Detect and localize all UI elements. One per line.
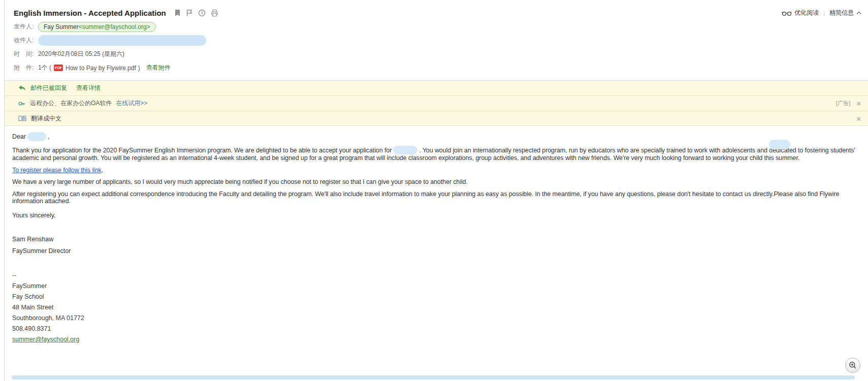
sender-email: <summer@fayschool.org> xyxy=(79,23,150,30)
translate-book-icon xyxy=(18,115,26,122)
attachment-count: 1个 ( xyxy=(38,64,51,72)
view-attachment-link[interactable]: 查看附件 xyxy=(146,64,171,72)
closing-line: Yours sincerely, xyxy=(12,212,860,219)
chevron-up-icon xyxy=(856,11,861,15)
clock-icon[interactable] xyxy=(198,9,206,17)
pdf-icon: PDF xyxy=(54,65,63,71)
email-body: Dear, Thank you for application for the … xyxy=(5,126,868,345)
recipient-redacted-pill[interactable] xyxy=(38,35,206,46)
translate-action-text[interactable]: 翻译成中文 xyxy=(31,114,61,123)
ad-close-icon[interactable]: × xyxy=(856,100,861,107)
zoom-in-button[interactable] xyxy=(845,358,860,373)
translate-notice-bar: 翻译成中文 × xyxy=(5,111,868,126)
signature-footer: -- FaySummer Fay School 48 Main Street S… xyxy=(12,270,860,345)
signature-city: Southborough, MA 01772 xyxy=(12,313,860,324)
toolbar-divider: | xyxy=(823,10,825,16)
ad-text[interactable]: 远程办公、在家办公的OA软件 xyxy=(30,99,112,108)
replied-status-text: 邮件已被回复 xyxy=(30,84,67,92)
signature-school: Fay School xyxy=(12,292,860,302)
key-icon xyxy=(18,101,25,107)
time-label: 时 间: xyxy=(14,50,38,58)
reply-arrow-icon xyxy=(18,85,26,91)
bookmark-icon[interactable] xyxy=(174,9,181,17)
register-line: To register please follow this link. xyxy=(12,167,860,174)
signature-divider: -- xyxy=(12,270,860,281)
paragraph-1-before: Thank you for application for the 2020 F… xyxy=(12,147,392,154)
ad-try-online-link[interactable]: 在线试用>> xyxy=(116,99,147,108)
simplify-info-label: 精简信息 xyxy=(829,9,854,17)
flag-icon[interactable] xyxy=(186,9,193,17)
zoom-in-icon xyxy=(849,361,857,369)
paragraph-2: We have a very large number of applicant… xyxy=(12,178,860,186)
optimize-reading-button[interactable]: 优化阅读 xyxy=(782,9,819,17)
greeting-line: Dear, xyxy=(12,132,860,141)
replied-notice-bar: 邮件已被回复 查看详情 xyxy=(5,80,868,96)
attachment-filename[interactable]: How to Pay by Flywire.pdf xyxy=(66,65,136,72)
sender-name: Fay Summer xyxy=(44,23,79,30)
sender-contact-pill[interactable]: Fay Summer <summer@fayschool.org> xyxy=(38,22,156,32)
signature-title: FaySummer Director xyxy=(12,247,860,255)
ad-notice-bar: 远程办公、在家办公的OA软件 在线试用>> [广告] × xyxy=(5,96,868,111)
greeting-comma: , xyxy=(48,133,49,140)
paragraph-1: Thank you for application for the 2020 F… xyxy=(12,146,860,162)
signature-email-link[interactable]: summer@fayschool.org xyxy=(12,336,79,343)
redacted-student-name xyxy=(393,146,417,154)
signature-org: FaySummer xyxy=(12,281,860,292)
view-reply-details-link[interactable]: 查看详情 xyxy=(76,84,101,92)
from-label: 发件人: xyxy=(14,22,38,31)
signature-street: 48 Main Street xyxy=(12,302,860,313)
signature-name: Sam Renshaw xyxy=(12,236,860,243)
translate-close-icon[interactable]: × xyxy=(856,115,861,122)
redacted-text-blob xyxy=(769,140,790,149)
redacted-recipient-name xyxy=(27,132,46,141)
mail-view: English Immersion - Accepted Application… xyxy=(4,0,868,381)
greeting-text: Dear xyxy=(12,133,26,140)
glasses-icon xyxy=(782,10,792,16)
to-label: 收件人: xyxy=(14,36,38,45)
ad-tag: [广告] xyxy=(836,100,850,107)
simplify-info-button[interactable]: 精简信息 xyxy=(829,9,861,17)
optimize-reading-label: 优化阅读 xyxy=(794,9,819,17)
horizontal-scrollbar[interactable] xyxy=(12,375,855,379)
attachment-paren: ) xyxy=(138,65,140,72)
register-period: . xyxy=(102,167,103,174)
email-subject: English Immersion - Accepted Application xyxy=(14,9,166,17)
mail-header: English Immersion - Accepted Application… xyxy=(5,0,868,80)
register-link[interactable]: To register please follow this link xyxy=(12,167,102,174)
attachment-label: 附 件: xyxy=(14,64,38,72)
signature-phone: 508.490.8371 xyxy=(12,324,860,334)
printer-icon[interactable] xyxy=(211,9,218,17)
time-value: 2020年02月08日 05:25 (星期六) xyxy=(38,50,124,58)
paragraph-3: After registering you can expect additio… xyxy=(12,190,860,205)
